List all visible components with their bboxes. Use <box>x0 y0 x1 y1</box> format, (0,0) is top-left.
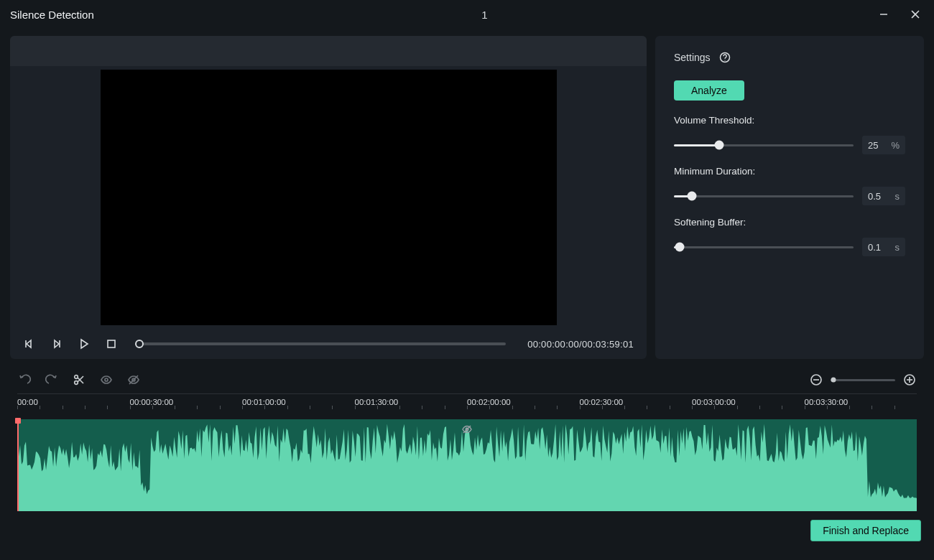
next-frame-button[interactable] <box>50 337 63 350</box>
minimum-duration-label: Minimum Duration: <box>674 166 905 177</box>
minimize-button[interactable] <box>875 6 892 23</box>
softening-buffer-value[interactable]: 0.1 s <box>862 238 905 256</box>
hide-button[interactable] <box>126 373 141 387</box>
svg-marker-5 <box>55 340 59 347</box>
svg-marker-7 <box>81 340 88 348</box>
settings-help-button[interactable] <box>719 52 731 63</box>
preview-panel: 00:00:00:00/00:03:59:01 <box>10 36 647 359</box>
zoom-slider[interactable] <box>831 379 895 381</box>
scissors-icon <box>73 373 85 386</box>
minimum-duration-group: Minimum Duration: 0.5 s <box>674 166 905 205</box>
settings-heading: Settings <box>674 52 711 63</box>
volume-threshold-group: Volume Threshold: 25 % <box>674 115 905 154</box>
zoom-out-button[interactable] <box>809 373 823 387</box>
minimum-duration-slider[interactable] <box>674 195 854 197</box>
cut-button[interactable] <box>72 373 86 387</box>
play-icon <box>78 338 90 350</box>
eye-off-icon <box>461 424 473 435</box>
window-title: Silence Detection <box>10 9 94 21</box>
help-icon <box>719 52 731 63</box>
svg-point-10 <box>724 60 725 60</box>
clip-visibility-icon[interactable] <box>461 424 473 435</box>
softening-buffer-group: Softening Buffer: 0.1 s <box>674 217 905 256</box>
svg-rect-8 <box>108 340 115 347</box>
close-button[interactable] <box>907 6 924 23</box>
timeline-panel: 00:0000:00:30:0000:01:00:0000:01:30:0000… <box>10 366 924 550</box>
ruler-label: 00:00 <box>17 398 38 406</box>
stop-button[interactable] <box>105 337 118 350</box>
audio-clip[interactable] <box>17 419 917 511</box>
zoom-in-button[interactable] <box>902 373 917 387</box>
volume-threshold-slider[interactable] <box>674 144 854 146</box>
svg-marker-3 <box>27 340 31 347</box>
zoom-in-icon <box>903 373 916 386</box>
analyze-button[interactable]: Analyze <box>674 80 744 101</box>
svg-point-15 <box>105 378 108 381</box>
waveform-track[interactable] <box>17 419 917 511</box>
playback-scrubber[interactable] <box>139 342 506 345</box>
prev-frame-icon <box>24 338 35 350</box>
time-ruler[interactable]: 00:0000:00:30:0000:01:00:0000:01:30:0000… <box>17 393 917 419</box>
redo-icon <box>45 373 58 386</box>
volume-threshold-label: Volume Threshold: <box>674 115 905 126</box>
timeline-toolbar <box>10 366 924 393</box>
scrubber-thumb[interactable] <box>135 340 144 348</box>
minimize-icon <box>879 9 889 19</box>
timecode-display: 00:00:00:00/00:03:59:01 <box>527 339 634 350</box>
softening-buffer-label: Softening Buffer: <box>674 217 905 228</box>
eye-icon <box>100 373 113 386</box>
zoom-out-icon <box>810 373 823 386</box>
preview-area <box>10 66 647 329</box>
settings-panel: Settings Analyze Volume Threshold: 25 % <box>655 36 924 359</box>
volume-threshold-value[interactable]: 25 % <box>862 136 905 154</box>
show-button[interactable] <box>99 373 114 387</box>
video-display[interactable] <box>101 70 557 325</box>
eye-off-icon <box>127 373 140 386</box>
document-name: 1 <box>94 9 875 21</box>
redo-button[interactable] <box>45 373 59 387</box>
playhead[interactable] <box>17 419 19 511</box>
playback-controls: 00:00:00:00/00:03:59:01 <box>10 329 647 359</box>
preview-header-bar <box>10 36 647 66</box>
next-frame-icon <box>51 338 63 350</box>
prev-frame-button[interactable] <box>23 337 36 350</box>
softening-buffer-slider[interactable] <box>674 246 854 248</box>
minimum-duration-value[interactable]: 0.5 s <box>862 187 905 205</box>
undo-button[interactable] <box>17 373 32 387</box>
undo-icon <box>18 373 31 386</box>
stop-icon <box>106 338 117 350</box>
close-icon <box>910 9 920 19</box>
finish-replace-button[interactable]: Finish and Replace <box>810 520 921 541</box>
play-button[interactable] <box>78 337 91 350</box>
title-bar: Silence Detection 1 <box>0 0 934 29</box>
